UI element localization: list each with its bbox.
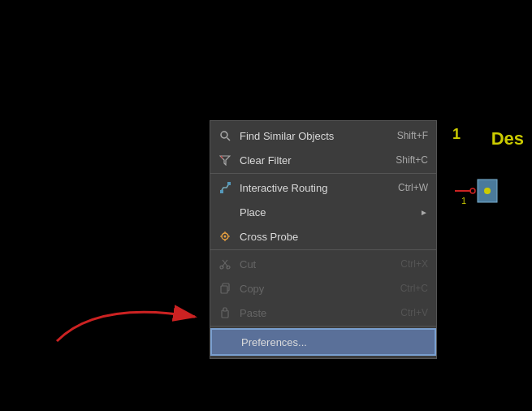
svg-rect-10 (227, 182, 231, 185)
svg-point-5 (221, 132, 227, 138)
interactive-routing-label: Interactive Routing (240, 182, 398, 194)
place-label: Place (240, 206, 417, 218)
svg-rect-9 (220, 190, 223, 193)
svg-line-6 (227, 138, 231, 141)
probe-icon (217, 228, 233, 244)
component-visual: 1 (455, 175, 504, 223)
interactive-routing-shortcut: Ctrl+W (398, 182, 428, 193)
bg-number: 1 (452, 126, 461, 143)
svg-point-16 (224, 236, 227, 238)
clear-filter-label: Clear Filter (240, 154, 396, 167)
svg-rect-24 (223, 308, 227, 311)
place-submenu-arrow: ► (420, 208, 428, 217)
paste-shortcut: Ctrl+V (400, 307, 428, 318)
bg-des-text: Des (491, 128, 524, 149)
copy-label: Copy (240, 283, 400, 295)
menu-item-clear-filter[interactable]: Clear Filter Shift+C (210, 148, 436, 174)
cut-label: Cut (240, 258, 400, 270)
menu-item-cross-probe[interactable]: Cross Probe (210, 224, 436, 250)
copy-icon (217, 280, 233, 296)
clear-filter-shortcut: Shift+C (396, 154, 428, 166)
find-similar-shortcut: Shift+F (397, 130, 428, 141)
find-similar-label: Find Similar Objects (240, 130, 397, 142)
svg-rect-22 (221, 286, 227, 293)
menu-item-cut: Cut Ctrl+X (210, 252, 436, 276)
preferences-icon (218, 334, 235, 350)
menu-item-preferences[interactable]: Preferences... (210, 328, 436, 356)
paste-icon (217, 305, 233, 321)
arrow-annotation (49, 284, 227, 353)
menu-item-place[interactable]: Place ► (210, 200, 436, 224)
context-menu: Find Similar Objects Shift+F Clear Filte… (210, 120, 437, 359)
filter-icon (217, 152, 233, 168)
copy-shortcut: Ctrl+C (400, 283, 428, 294)
routing-icon (217, 180, 233, 196)
cut-shortcut: Ctrl+X (400, 258, 428, 270)
menu-item-interactive-routing[interactable]: Interactive Routing Ctrl+W (210, 175, 436, 200)
menu-item-find-similar[interactable]: Find Similar Objects Shift+F (210, 123, 436, 148)
search-icon (217, 128, 233, 144)
svg-text:1: 1 (461, 196, 466, 206)
paste-label: Paste (240, 307, 400, 319)
cross-probe-label: Cross Probe (240, 231, 428, 243)
svg-point-4 (484, 188, 491, 194)
place-icon (217, 204, 233, 220)
menu-item-paste: Paste Ctrl+V (210, 301, 436, 327)
preferences-label: Preferences... (241, 336, 426, 348)
cut-icon (217, 256, 233, 272)
menu-item-copy: Copy Ctrl+C (210, 276, 436, 301)
